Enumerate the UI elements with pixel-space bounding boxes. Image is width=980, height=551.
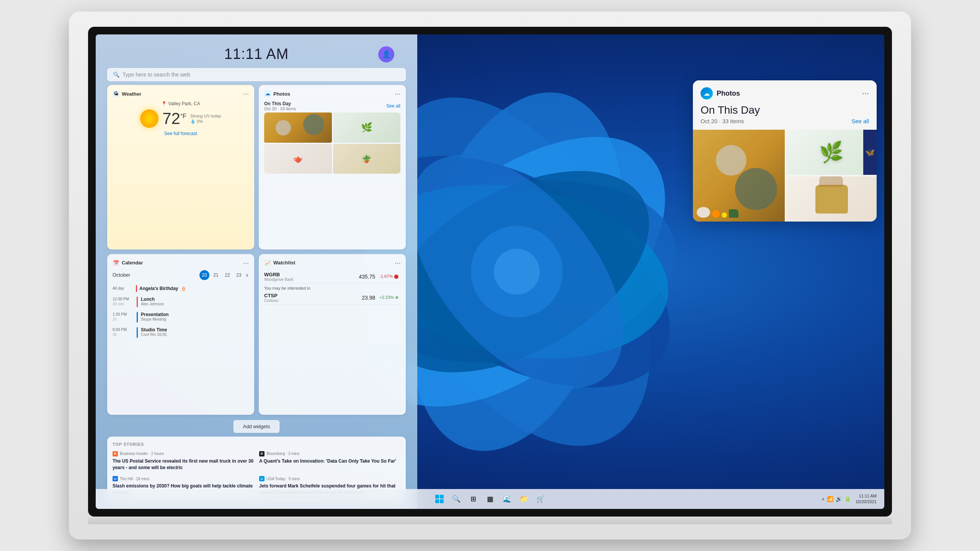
stock-ctsp-info: CTSP Contoso	[264, 293, 278, 303]
news-source-4: USA Today · 5 mins	[266, 477, 300, 481]
taskbar-edge-button[interactable]: 🌊	[500, 492, 513, 505]
weather-widget-header: 🌤 Weather ···	[113, 90, 249, 97]
photos-card-header: ☁ Photos ···	[693, 80, 877, 104]
search-input: Type here to search the web	[122, 72, 400, 78]
win-pane-br	[440, 499, 444, 503]
lunch-bar	[137, 297, 138, 307]
weather-temp: 72°F	[162, 111, 186, 127]
taskbar-taskview-button[interactable]: ⊞	[467, 492, 480, 505]
taskbar-explorer-button[interactable]: 📁	[517, 492, 530, 505]
news-headline-2[interactable]: A Quant's Take on Innovation: 'Data Can …	[259, 458, 400, 465]
lunch-name: Lunch	[141, 297, 249, 302]
lunch-sub: Alex Johnson	[141, 302, 249, 306]
add-widgets-button[interactable]: Add widgets	[234, 420, 280, 433]
photo-thumb-2: 🌿	[333, 112, 401, 143]
weather-menu[interactable]: ···	[243, 90, 249, 97]
news-icon-1: B	[113, 451, 118, 456]
pres-details: Presentation Skype Meeting	[141, 312, 249, 321]
screen-bezel: 11:11 AM 👤 🔍 Type here to search the web…	[88, 27, 892, 517]
news-icon-3: H	[113, 476, 118, 481]
otd-see-all[interactable]: See all	[851, 118, 869, 124]
chair-back	[819, 176, 843, 187]
leaf-green	[729, 209, 738, 218]
weather-location: 📍 Valley Park, CA	[113, 101, 249, 106]
taskbar-center: 🔍 ⊞ ▦ 🌊 📁 🛒	[433, 492, 547, 505]
photos-date-row: On This Day Oct 20 · 33 items See all	[264, 101, 400, 111]
stock-ctsp-change: +2.23% ⊕	[377, 294, 400, 301]
news-source-row-3: H The Hill · 18 mins	[113, 476, 254, 481]
circle-art-2	[303, 114, 324, 135]
taskbar-clock[interactable]: 11:11 AM 10/20/2021	[856, 493, 877, 505]
studio-time: 6:00 PM3h	[113, 327, 134, 337]
taskbar-store-button[interactable]: 🛒	[534, 492, 547, 505]
stock-wgrb-price-row: 435.75 -1.67% ⬤	[359, 273, 400, 280]
watchlist-title-row: 📈 Watchlist	[264, 259, 295, 266]
taskbar-battery-icon: 🔋	[844, 496, 851, 502]
taskbar-wifi-icon[interactable]: 📶	[827, 496, 833, 502]
photos-expanded-card: ☁ Photos ··· On This Day Oct 20 · 33 ite…	[693, 80, 877, 222]
news-icon-2: B	[259, 451, 265, 456]
fruit-orange	[712, 210, 720, 218]
interested-label: You may be interested in	[264, 284, 400, 291]
birthday-name: Angela's Birthday	[139, 286, 178, 291]
watchlist-icon: 📈	[264, 259, 271, 266]
calendar-events: All day Angela's Birthday 🎂 12:00 PM30 m…	[113, 284, 249, 339]
fruit-yellow	[722, 212, 727, 218]
laptop-hinge	[88, 517, 892, 524]
taskbar: 🔍 ⊞ ▦ 🌊 📁 🛒 ∧ 📶 🔊	[96, 489, 884, 509]
calendar-widget: 📅 Calendar ··· October 20 21 22 23	[107, 254, 254, 415]
photo-right-column: 🌿 🦋	[786, 130, 877, 222]
search-bar[interactable]: 🔍 Type here to search the web	[107, 68, 406, 81]
photos-title: Photos	[273, 91, 290, 97]
calendar-menu[interactable]: ···	[243, 259, 249, 266]
news-headline-1[interactable]: The US Postal Service revealed its first…	[113, 458, 254, 471]
lunch-time: 12:00 PM30 min	[113, 297, 134, 306]
user-avatar[interactable]: 👤	[378, 46, 394, 62]
studio-sub: Conf Rm 32/35	[141, 333, 249, 337]
taskbar-chevron-icon[interactable]: ∧	[822, 497, 825, 502]
taskbar-start-button[interactable]	[433, 492, 446, 505]
taskbar-search-button[interactable]: 🔍	[450, 492, 463, 505]
taskbar-volume-icon[interactable]: 🔊	[836, 496, 842, 502]
circle-art-1	[276, 120, 291, 135]
photos-see-all[interactable]: See all	[386, 103, 400, 109]
win-pane-tr	[440, 495, 444, 499]
time-header: 11:11 AM 👤	[107, 42, 406, 64]
calendar-chevron[interactable]: ∨	[245, 272, 249, 278]
taskbar-widgets-button[interactable]: ▦	[483, 492, 497, 505]
weather-forecast-link[interactable]: See full forecast	[113, 131, 249, 136]
stock-wgrb-name: Woodgrove Bank	[264, 277, 294, 282]
event-lunch: 12:00 PM30 min Lunch Alex Johnson	[113, 295, 249, 308]
news-source-3: The Hill · 18 mins	[120, 477, 149, 481]
news-item-2: B Bloomberg · 3 mins A Quant's Take on I…	[259, 451, 400, 471]
watchlist-menu[interactable]: ···	[395, 259, 400, 266]
photos-icon: ☁	[264, 90, 271, 97]
birthday-emoji: 🎂	[181, 286, 186, 291]
stock-wgrb-info: WGRB Woodgrove Bank	[264, 272, 294, 282]
teapot-scene	[697, 207, 738, 218]
stock-ctsp-price-row: 23.98 +2.23% ⊕	[362, 294, 400, 301]
weather-uv: Strong UV today 💧 0%	[190, 114, 221, 124]
svg-point-8	[471, 226, 563, 318]
news-source-2: Bloomberg · 3 mins	[266, 452, 299, 456]
windows-logo	[435, 495, 444, 503]
weather-temp-container: 72°F	[162, 111, 186, 127]
studio-name: Studio Time	[141, 327, 249, 333]
teapot	[697, 207, 710, 218]
calendar-icon: 📅	[113, 259, 119, 266]
calendar-days: 20 21 22 23 ∨	[199, 270, 249, 280]
pres-bar	[137, 312, 138, 323]
photos-card-menu[interactable]: ···	[862, 88, 869, 98]
search-icon: 🔍	[113, 72, 119, 78]
photos-card-app-name: Photos	[717, 90, 740, 98]
weather-widget: 🌤 Weather ··· 📍 Valley Park, CA	[107, 85, 254, 249]
news-header: TOP STORIES	[113, 442, 400, 447]
news-item-1: B Business Insider · 2 hours The US Post…	[113, 451, 254, 471]
news-icon-4: U	[259, 476, 265, 481]
event-birthday: All day Angela's Birthday 🎂	[113, 284, 249, 293]
calendar-title-row: 📅 Calendar	[113, 259, 143, 266]
photos-menu[interactable]: ···	[395, 90, 400, 97]
news-source-row-1: B Business Insider · 2 hours	[113, 451, 254, 456]
weather-title-row: 🌤 Weather	[113, 90, 141, 97]
photos-card-title-row: ☁ Photos	[701, 87, 740, 99]
